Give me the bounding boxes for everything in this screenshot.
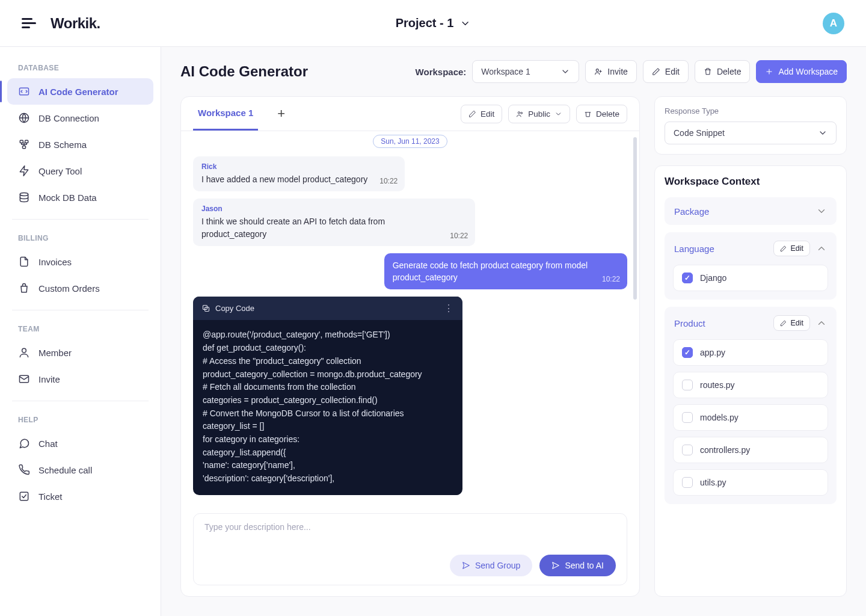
language-chip[interactable]: Django (673, 265, 828, 291)
tab-delete-button[interactable]: Delete (576, 105, 627, 123)
workspace-select[interactable]: Workspace 1 (472, 60, 579, 83)
sidebar-item-label: Mock DB Data (38, 192, 97, 203)
checkbox-checked[interactable] (682, 347, 693, 358)
chat-scroll[interactable]: Sun, Jun 11, 2023 Rick I have added a ne… (181, 131, 639, 513)
chat-tabs: Workspace 1 + Edit Public (181, 97, 639, 131)
add-tab-button[interactable]: + (272, 101, 290, 126)
product-section: Product Edit (665, 307, 837, 504)
sidebar-item-chat[interactable]: Chat (7, 430, 153, 457)
checkbox-checked[interactable] (682, 273, 693, 283)
sidebar-item-db-connection[interactable]: DB Connection (7, 105, 153, 131)
sidebar-item-custom-orders[interactable]: Custom Orders (7, 275, 153, 301)
tab-public-button[interactable]: Public (508, 105, 570, 123)
sidebar-item-ai-code-generator[interactable]: AI Code Generator (7, 78, 153, 105)
send-group-button[interactable]: Send Group (450, 555, 533, 576)
add-workspace-label: Add Workspace (778, 67, 838, 76)
pencil-icon (652, 67, 660, 76)
delete-button[interactable]: Delete (695, 60, 750, 83)
chevron-down-icon (459, 18, 470, 29)
sidebar-item-member[interactable]: Member (7, 339, 153, 366)
pencil-icon (468, 110, 476, 118)
sidebar-item-query-tool[interactable]: Query Tool (7, 158, 153, 184)
compose-box: Send Group Send to AI (193, 513, 627, 585)
copy-code-label[interactable]: Copy Code (215, 304, 254, 313)
product-chip[interactable]: app.py (673, 339, 828, 366)
message-text: Generate code to fetch product category … (393, 259, 619, 284)
language-section: Language Edit (665, 232, 837, 300)
chevron-up-icon[interactable] (816, 318, 827, 328)
chip-label: controllers.py (700, 445, 750, 455)
tab-workspace[interactable]: Workspace 1 (193, 97, 258, 131)
invite-button[interactable]: Invite (585, 60, 636, 83)
scrollbar[interactable] (633, 137, 637, 300)
sidebar-group-label: TEAM (7, 313, 153, 339)
product-chip[interactable]: routes.py (673, 372, 828, 398)
file-icon (18, 256, 30, 268)
sidebar-item-label: Member (38, 348, 72, 358)
mail-icon (18, 373, 30, 385)
workspace-context-card: Workspace Context Package Language (654, 165, 847, 597)
message-author: Rick (201, 162, 396, 171)
response-type-select[interactable]: Code Snippet (665, 122, 837, 144)
language-edit-button[interactable]: Edit (773, 241, 810, 256)
send-icon (551, 561, 560, 570)
product-edit-button[interactable]: Edit (773, 315, 810, 331)
code-more-icon[interactable]: ⋮ (444, 303, 454, 314)
chip-label: models.py (700, 413, 739, 422)
avatar[interactable]: A (823, 13, 844, 34)
message-text: I have added a new model product_categor… (201, 173, 396, 185)
tab-edit-button[interactable]: Edit (461, 105, 502, 123)
add-workspace-button[interactable]: Add Workspace (756, 60, 847, 83)
bag-icon (18, 282, 30, 294)
workspace-selected: Workspace 1 (481, 67, 530, 76)
date-pill: Sun, Jun 11, 2023 (373, 135, 447, 148)
chip-label: app.py (700, 348, 725, 357)
tab-edit-label: Edit (481, 109, 494, 119)
message-time: 10:22 (379, 177, 398, 185)
project-selector[interactable]: Project - 1 (396, 16, 471, 30)
chip-label: routes.py (700, 380, 735, 390)
invite-label: Invite (607, 67, 627, 76)
sidebar-item-label: DB Connection (38, 113, 99, 123)
send-ai-button[interactable]: Send to AI (539, 555, 616, 576)
database-icon (18, 191, 30, 203)
sidebar-item-label: Chat (38, 439, 58, 449)
copy-icon[interactable] (201, 304, 210, 313)
chat-icon (18, 437, 30, 449)
user-icon (18, 346, 30, 359)
users-icon (516, 110, 524, 118)
ticket-icon (18, 490, 30, 502)
sidebar-item-invite[interactable]: Invite (7, 366, 153, 392)
compose-input[interactable] (204, 522, 616, 549)
checkbox[interactable] (682, 477, 693, 488)
sidebar-item-db-schema[interactable]: DB Schema (7, 131, 153, 158)
trash-icon (704, 67, 712, 76)
sidebar-item-invoices[interactable]: Invoices (7, 248, 153, 275)
sidebar-item-schedule-call[interactable]: Schedule call (7, 457, 153, 483)
logo: Workik. (51, 15, 100, 32)
sidebar-item-label: Custom Orders (38, 283, 100, 294)
sidebar-item-label: Schedule call (38, 465, 92, 475)
checkbox[interactable] (682, 445, 693, 455)
checkbox[interactable] (682, 412, 693, 423)
svg-rect-14 (20, 492, 28, 500)
product-chip[interactable]: controllers.py (673, 437, 828, 463)
pencil-icon (780, 320, 787, 327)
svg-point-12 (22, 348, 26, 353)
send-ai-label: Send to AI (565, 561, 604, 570)
product-title: Product (674, 318, 705, 328)
product-chip[interactable]: utils.py (673, 469, 828, 496)
code-block: Copy Code ⋮ @app.route('/product_categor… (193, 297, 462, 494)
sidebar-item-mock-db-data[interactable]: Mock DB Data (7, 184, 153, 211)
content-header: AI Code Generator Workspace: Workspace 1… (161, 47, 866, 96)
sidebar-item-ticket[interactable]: Ticket (7, 483, 153, 510)
chevron-up-icon[interactable] (816, 243, 827, 254)
product-chip[interactable]: models.py (673, 404, 828, 431)
chevron-down-icon[interactable] (816, 206, 827, 217)
user-plus-icon (594, 67, 603, 76)
menu-icon[interactable] (22, 18, 36, 28)
edit-button[interactable]: Edit (643, 60, 689, 83)
checkbox[interactable] (682, 380, 693, 390)
code-icon (18, 85, 30, 97)
sidebar-item-label: Query Tool (38, 166, 82, 176)
